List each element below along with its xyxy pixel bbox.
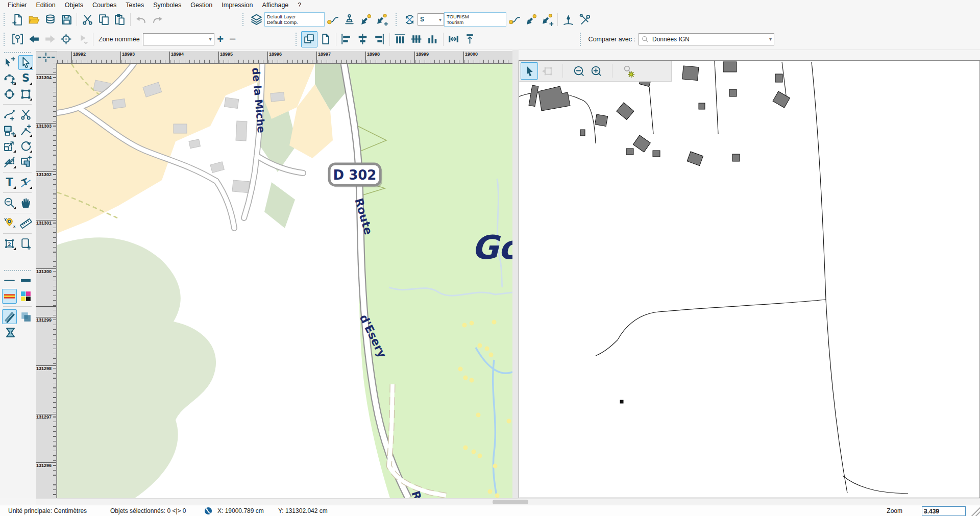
add-node-tool[interactable] [2, 107, 17, 122]
layer-selector[interactable]: Default Layer Default Comp. [264, 12, 325, 27]
line-thin-option[interactable] [2, 273, 17, 288]
select-objects-mode-button[interactable] [301, 31, 317, 47]
style-letter-combo[interactable]: S ▾ [418, 13, 444, 26]
copy-button[interactable] [95, 11, 112, 28]
toolbar-grip[interactable] [4, 33, 7, 46]
measure-tool[interactable] [18, 216, 33, 231]
redo-button[interactable] [149, 11, 165, 28]
zone-remove-button[interactable]: − [227, 33, 239, 46]
align-right-button[interactable] [371, 31, 387, 47]
line-thick-option[interactable] [18, 273, 33, 288]
compare-shape-tool[interactable] [538, 62, 555, 80]
style-selector[interactable]: TOURISM Tourism [444, 12, 506, 27]
center-view-button[interactable] [58, 31, 75, 47]
compare-zoom-out-button[interactable] [570, 62, 587, 80]
object-size-tool[interactable]: 2 [2, 236, 17, 251]
compare-select-tool[interactable] [521, 62, 538, 80]
map-canvas[interactable]: D 302 de la Miche Route d'Esery R Go [57, 64, 512, 498]
menu-objets[interactable]: Objets [60, 1, 88, 10]
tools-button[interactable] [576, 11, 593, 28]
segment-node-tool[interactable] [18, 123, 33, 138]
menu-courbes[interactable]: Courbes [88, 1, 121, 10]
open-button[interactable] [26, 11, 42, 28]
transparency-option[interactable] [18, 309, 33, 324]
bezier-tool[interactable] [2, 71, 17, 86]
zoom-out-tool[interactable] [2, 195, 17, 210]
text-on-path-tool[interactable]: T [18, 175, 33, 190]
resize-grip[interactable] [969, 505, 980, 516]
distribute-middle-button[interactable] [408, 31, 425, 47]
locate-area-button[interactable] [9, 31, 26, 47]
palette-grip[interactable] [4, 52, 31, 53]
compare-search-settings-button[interactable] [620, 62, 637, 80]
rectangle-nodes-tool[interactable] [18, 87, 33, 102]
line-style-option[interactable] [2, 289, 17, 304]
align-left-button[interactable] [338, 31, 355, 47]
edit-style-button[interactable] [560, 11, 576, 28]
pick-layer-button[interactable] [357, 11, 374, 28]
horizontal-ruler[interactable]: 18992 18993 18994 18995 18996 18997 1899… [57, 51, 512, 63]
align-center-button[interactable] [355, 31, 371, 47]
cut-curve-tool[interactable] [18, 107, 33, 122]
pick-layer-add-button[interactable] [374, 11, 390, 28]
menu-fichier[interactable]: Fichier [3, 1, 32, 10]
distribute-baseline-button[interactable] [425, 31, 441, 47]
duplicate-tool[interactable] [18, 155, 33, 169]
equal-width-button[interactable] [446, 31, 462, 47]
paste-button[interactable] [112, 11, 128, 28]
zoom-combo[interactable]: 3.439 ▾ [922, 506, 966, 516]
rotate-tool[interactable] [18, 139, 33, 154]
toolbar-grip[interactable] [396, 13, 399, 26]
scale-tool[interactable] [2, 139, 17, 154]
menu-edition[interactable]: Edition [32, 1, 60, 10]
compare-pane[interactable] [519, 60, 980, 498]
undo-button[interactable] [133, 11, 149, 28]
hatch-style-option[interactable] [2, 309, 17, 324]
coordinates-tool[interactable]: Yx [2, 216, 17, 231]
ruler-corner[interactable] [36, 51, 57, 64]
menu-textes[interactable]: Textes [121, 1, 149, 10]
ellipse-nodes-tool[interactable] [2, 87, 17, 102]
go-to-button[interactable] [75, 31, 91, 47]
new-document-button[interactable] [9, 11, 26, 28]
wait-tool[interactable] [3, 325, 18, 340]
style-tool[interactable]: S [18, 71, 33, 86]
stamp-layer-button[interactable] [341, 11, 357, 28]
pane-splitter[interactable] [512, 50, 519, 498]
menu-symboles[interactable]: Symboles [149, 1, 186, 10]
toolbar-grip[interactable] [4, 13, 7, 26]
import-database-button[interactable] [42, 11, 58, 28]
page-mode-button[interactable] [317, 31, 334, 47]
select-add-tool[interactable] [2, 55, 17, 70]
menu-help[interactable]: ? [293, 1, 306, 10]
equal-height-button[interactable] [462, 31, 478, 47]
cut-button[interactable] [79, 11, 95, 28]
compare-zoom-in-button[interactable] [587, 62, 605, 80]
flip-tool[interactable] [2, 155, 17, 169]
menu-affichage[interactable]: Affichage [257, 1, 293, 10]
select-tool[interactable] [18, 55, 33, 70]
zone-add-button[interactable]: + [214, 33, 227, 46]
menu-gestion[interactable]: Gestion [186, 1, 217, 10]
save-button[interactable] [58, 11, 75, 28]
toolbar-grip[interactable] [242, 13, 246, 26]
palette-grip[interactable] [4, 270, 31, 271]
apply-layer-to-curve-button[interactable] [325, 11, 341, 28]
pick-style-button[interactable] [523, 11, 539, 28]
layers-button[interactable] [248, 11, 264, 28]
horizontal-scrollbar-thumb[interactable] [493, 500, 528, 504]
text-tool[interactable]: T [2, 175, 17, 190]
distribute-top-button[interactable] [392, 31, 408, 47]
apply-style-to-curve-button[interactable] [506, 11, 523, 28]
color-palette-option[interactable] [18, 289, 33, 304]
pick-style-add-button[interactable] [539, 11, 555, 28]
vertical-ruler[interactable]: 131304 131303 131302 131301 131300 13129… [36, 63, 57, 498]
menu-impression[interactable]: Impression [217, 1, 257, 10]
pan-tool[interactable] [18, 195, 33, 210]
zone-combo[interactable]: ▾ [143, 33, 214, 45]
refresh-symbology-button[interactable] [401, 11, 418, 28]
toolbar-grip[interactable] [296, 33, 299, 46]
forward-button[interactable] [42, 31, 58, 47]
toolbar-grip[interactable] [580, 33, 583, 46]
new-frame-tool[interactable] [18, 236, 33, 251]
